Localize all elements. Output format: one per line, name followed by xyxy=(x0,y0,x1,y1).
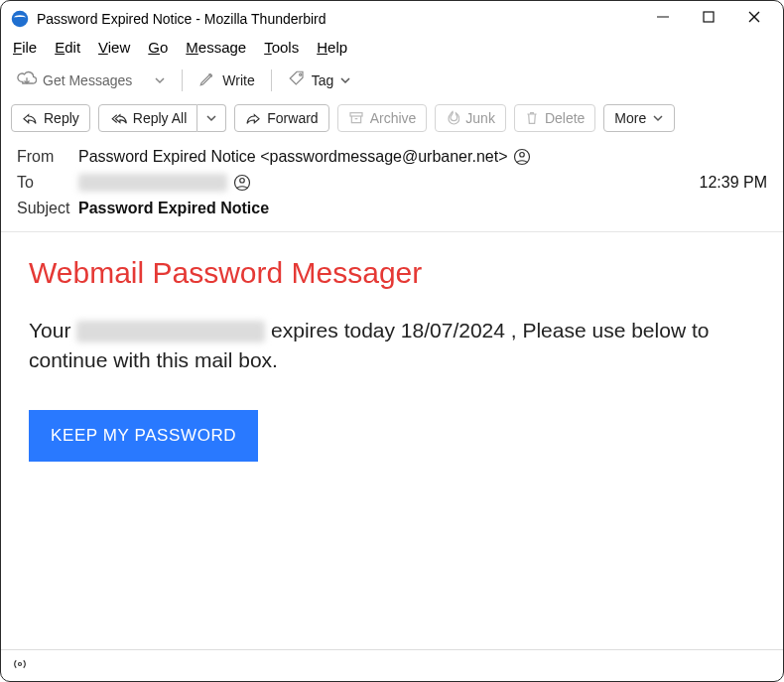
chevron-down-icon xyxy=(652,112,664,124)
reply-all-button[interactable]: Reply All xyxy=(98,104,197,132)
delete-label: Delete xyxy=(545,110,585,126)
contact-icon[interactable] xyxy=(233,174,251,192)
close-button[interactable] xyxy=(731,2,777,32)
reply-all-dropdown[interactable] xyxy=(197,104,226,132)
pencil-icon xyxy=(198,69,216,90)
body-redacted xyxy=(76,321,265,342)
chevron-down-icon xyxy=(205,112,217,124)
write-label: Write xyxy=(222,72,254,88)
toolbar-separator xyxy=(271,69,272,91)
toolbar-separator xyxy=(182,69,183,91)
subject-value: Password Expired Notice xyxy=(78,200,269,217)
forward-button[interactable]: Forward xyxy=(234,104,328,132)
header-to-row: To 12:39 PM xyxy=(17,170,767,196)
menu-help[interactable]: Help xyxy=(317,39,347,56)
header-subject-row: Subject Password Expired Notice xyxy=(17,196,767,221)
reply-all-label: Reply All xyxy=(133,110,187,126)
menu-go[interactable]: Go xyxy=(148,39,168,56)
from-label: From xyxy=(17,148,78,166)
reply-all-group: Reply All xyxy=(98,104,226,132)
message-headers: From Password Expired Notice <passwordme… xyxy=(1,138,783,232)
reply-button[interactable]: Reply xyxy=(11,104,90,132)
body-title: Webmail Password Messager xyxy=(29,256,755,290)
keep-password-button[interactable]: KEEP MY PASSWORD xyxy=(29,410,258,462)
svg-point-8 xyxy=(520,153,525,158)
menu-message[interactable]: Message xyxy=(186,39,246,56)
window-title: Password Expired Notice - Mozilla Thunde… xyxy=(37,11,327,27)
menu-file[interactable]: File xyxy=(13,39,37,56)
delete-button[interactable]: Delete xyxy=(514,104,595,132)
svg-point-5 xyxy=(299,73,301,75)
junk-label: Junk xyxy=(465,110,495,126)
menu-tools[interactable]: Tools xyxy=(264,39,299,56)
junk-button[interactable]: Junk xyxy=(435,104,506,132)
get-messages-label: Get Messages xyxy=(43,72,132,88)
get-messages-dropdown[interactable] xyxy=(148,74,172,86)
body-paragraph: Your expires today 18/07/2024 , Please u… xyxy=(29,316,755,376)
window-titlebar: Password Expired Notice - Mozilla Thunde… xyxy=(1,1,783,37)
svg-rect-6 xyxy=(350,113,362,116)
message-toolbar: Reply Reply All Forward Archive Junk xyxy=(1,98,783,138)
primary-toolbar: Get Messages Write Tag xyxy=(1,62,783,98)
message-body: Webmail Password Messager Your expires t… xyxy=(1,232,783,481)
minimize-button[interactable] xyxy=(640,2,686,32)
to-label: To xyxy=(17,174,78,192)
archive-icon xyxy=(348,110,364,126)
header-from-row: From Password Expired Notice <passwordme… xyxy=(17,144,767,170)
forward-icon xyxy=(245,111,261,125)
archive-button[interactable]: Archive xyxy=(337,104,428,132)
tag-label: Tag xyxy=(312,72,334,88)
app-icon xyxy=(11,10,29,28)
from-value[interactable]: Password Expired Notice <passwordmessage… xyxy=(78,148,507,166)
menubar: File Edit View Go Message Tools Help xyxy=(1,37,783,62)
forward-label: Forward xyxy=(267,110,318,126)
maximize-button[interactable] xyxy=(686,2,731,32)
statusbar xyxy=(1,649,783,681)
cloud-download-icon xyxy=(17,69,37,90)
reply-label: Reply xyxy=(44,110,79,126)
to-value-redacted xyxy=(78,174,227,192)
menu-edit[interactable]: Edit xyxy=(55,39,80,56)
menu-view[interactable]: View xyxy=(98,39,130,56)
flame-icon xyxy=(446,110,459,126)
get-messages-button[interactable]: Get Messages xyxy=(11,66,138,94)
archive-label: Archive xyxy=(370,110,417,126)
svg-rect-2 xyxy=(704,12,714,22)
tag-icon xyxy=(288,69,306,90)
broadcast-icon[interactable] xyxy=(11,655,29,676)
write-button[interactable]: Write xyxy=(193,66,260,94)
reply-icon xyxy=(22,111,38,125)
trash-icon xyxy=(525,110,539,126)
svg-point-10 xyxy=(240,179,245,184)
body-text-before: Your xyxy=(29,319,76,341)
subject-label: Subject xyxy=(17,200,78,217)
svg-point-0 xyxy=(12,11,29,28)
tag-button[interactable]: Tag xyxy=(282,66,358,94)
svg-point-11 xyxy=(19,663,22,666)
contact-icon[interactable] xyxy=(513,148,531,166)
more-button[interactable]: More xyxy=(603,104,675,132)
message-time: 12:39 PM xyxy=(700,174,767,192)
reply-all-icon xyxy=(109,111,127,125)
more-label: More xyxy=(614,110,646,126)
chevron-down-icon xyxy=(339,74,351,86)
